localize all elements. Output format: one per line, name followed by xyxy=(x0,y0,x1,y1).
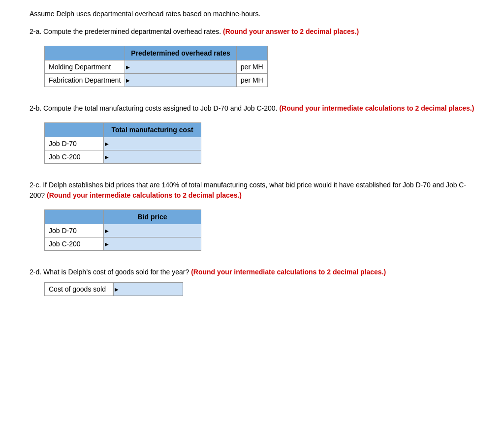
section-2c-table-wrapper: Bid price Job D-70 ▶ Job C-200 ▶ xyxy=(44,209,201,251)
section-2b-table-wrapper: Total manufacturing cost Job D-70 ▶ Job … xyxy=(44,122,201,164)
section-2b-col-empty xyxy=(45,123,104,137)
job-c200-input-2c[interactable] xyxy=(104,237,201,250)
section-2b-table: Total manufacturing cost Job D-70 ▶ Job … xyxy=(44,122,201,164)
table-row: Molding Department ▶ per MH xyxy=(45,60,268,74)
job-c200-label-2b: Job C-200 xyxy=(45,150,104,164)
cost-of-goods-input[interactable] xyxy=(114,283,183,296)
fabrication-dept-input-cell[interactable]: ▶ xyxy=(125,74,237,87)
table-row: Job D-70 ▶ xyxy=(45,224,201,237)
section-2c-table: Bid price Job D-70 ▶ Job C-200 ▶ xyxy=(44,209,201,251)
section-2c-title: 2-c. If Delph establishes bid prices tha… xyxy=(30,180,474,201)
section-2c-col-header: Bid price xyxy=(104,210,201,224)
job-d70-label-2b: Job D-70 xyxy=(45,137,104,150)
table-row: Fabrication Department ▶ per MH xyxy=(45,74,268,87)
cost-of-goods-input-cell[interactable]: ▶ xyxy=(113,282,183,296)
job-c200-input-cell-2c[interactable]: ▶ xyxy=(104,237,201,251)
section-2a-highlight: (Round your answer to 2 decimal places.) xyxy=(223,28,359,35)
section-2c-col-empty xyxy=(45,210,104,224)
molding-dept-input[interactable] xyxy=(125,60,236,73)
molding-dept-label: Molding Department xyxy=(45,60,125,74)
section-2d-title: 2-d. What is Delph’s cost of goods sold … xyxy=(30,267,474,277)
job-c200-input-cell-2b[interactable]: ▶ xyxy=(104,150,201,164)
table-row: Job D-70 ▶ xyxy=(45,137,201,150)
section-2b-title: 2-b. Compute the total manufacturing cos… xyxy=(30,103,474,114)
section-2b: 2-b. Compute the total manufacturing cos… xyxy=(30,103,474,165)
section-2d-highlight: (Round your intermediate calculations to… xyxy=(191,268,386,276)
section-2b-col-header: Total manufacturing cost xyxy=(104,123,201,137)
molding-dept-unit: per MH xyxy=(236,60,267,74)
fabrication-dept-unit: per MH xyxy=(236,74,267,87)
fabrication-dept-input[interactable] xyxy=(125,74,236,87)
section-2a-table: Predetermined overhead rates Molding Dep… xyxy=(44,46,268,87)
section-2b-highlight: (Round your intermediate calculations to… xyxy=(279,104,474,112)
table-row: Job C-200 ▶ xyxy=(45,150,201,164)
section-2a-col-header: Predetermined overhead rates xyxy=(125,46,237,60)
intro-text: Assume Delph uses departmental overhead … xyxy=(30,10,474,18)
job-d70-input-cell-2c[interactable]: ▶ xyxy=(104,224,201,237)
job-c200-label-2c: Job C-200 xyxy=(45,237,104,251)
section-2a-label: 2-a. Compute the predetermined departmen… xyxy=(30,28,221,35)
section-2a-col-unit xyxy=(236,46,267,60)
section-2d-label: 2-d. What is Delph’s cost of goods sold … xyxy=(30,268,189,276)
cost-of-goods-wrapper: Cost of goods sold ▶ xyxy=(44,282,474,296)
molding-dept-input-cell[interactable]: ▶ xyxy=(125,60,237,74)
section-2d: 2-d. What is Delph’s cost of goods sold … xyxy=(30,267,474,296)
job-d70-input-2c[interactable] xyxy=(104,224,201,237)
job-d70-input-cell-2b[interactable]: ▶ xyxy=(104,137,201,150)
fabrication-dept-label: Fabrication Department xyxy=(45,74,125,87)
section-2b-label: 2-b. Compute the total manufacturing cos… xyxy=(30,104,278,112)
job-d70-input-2b[interactable] xyxy=(104,137,201,150)
section-2a-col-empty xyxy=(45,46,125,60)
cost-of-goods-label: Cost of goods sold xyxy=(44,282,113,296)
job-c200-input-2b[interactable] xyxy=(104,150,201,163)
section-2c-highlight: (Round your intermediate calculations to… xyxy=(47,191,242,199)
job-d70-label-2c: Job D-70 xyxy=(45,224,104,237)
section-2c: 2-c. If Delph establishes bid prices tha… xyxy=(30,180,474,252)
table-row: Job C-200 ▶ xyxy=(45,237,201,251)
section-2a-title: 2-a. Compute the predetermined departmen… xyxy=(30,27,474,37)
section-2a: 2-a. Compute the predetermined departmen… xyxy=(30,27,474,89)
section-2a-table-wrapper: Predetermined overhead rates Molding Dep… xyxy=(44,46,268,87)
